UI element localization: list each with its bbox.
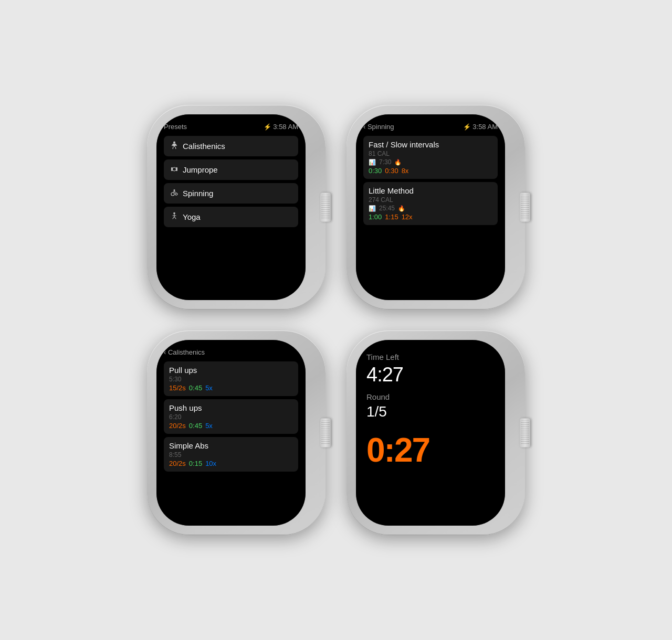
watch-screen-4: Time Left 4:27 Round 1/5 0:27 [356,340,505,526]
status-bar-3: ‹ Calisthenics [164,348,298,356]
watch-spinning-wrapper: ‹ Spinning ⚡ 3:58 AM Fast / Slow interva… [346,105,525,310]
param-2c: 5x [205,422,213,430]
screen-calisthenics: ‹ Calisthenics Pull ups 5:30 15/2s 0:45 … [156,340,306,526]
watch-crown-4[interactable] [520,419,530,447]
time-1: 3:58 AM [273,123,298,131]
watch-screen-3: ‹ Calisthenics Pull ups 5:30 15/2s 0:45 … [156,340,306,526]
countdown-value: 0:27 [366,431,495,470]
timer-value: 4:27 [366,364,495,386]
int-1b: 0:30 [385,167,398,175]
param-2b: 0:45 [189,422,202,430]
workout-meta-2: 📊 25:45 🔥 [369,205,492,212]
param-2a: 20/2s [169,422,186,430]
svg-rect-1 [171,167,173,171]
exercise-pullups[interactable]: Pull ups 5:30 15/2s 0:45 5x [164,361,298,396]
menu-spinning[interactable]: Spinning [164,183,298,204]
screen-presets: Presets ⚡ 3:58 AM [156,114,306,300]
round-label: Round [366,392,495,401]
bolt-icon-1: ⚡ [264,123,271,131]
svg-rect-2 [176,167,177,171]
status-bar-2: ‹ Spinning ⚡ 3:58 AM [363,123,498,131]
bar-icon-1: 📊 [369,159,376,166]
svg-point-4 [175,193,177,195]
exercise-time-1: 5:30 [169,376,293,383]
watch-crown-2[interactable] [520,193,530,222]
back-spinning[interactable]: ‹ Spinning [363,123,394,131]
workout-cal-2: 274 CAL [369,196,492,204]
menu-yoga[interactable]: Yoga [164,207,298,227]
workout-dur-2: 25:45 [379,205,395,212]
int-1a: 0:30 [369,167,382,175]
back-calisthenics[interactable]: ‹ Calisthenics [164,348,205,356]
watch-crown-1[interactable] [320,193,331,222]
watch-timer-wrapper: Time Left 4:27 Round 1/5 0:27 [346,330,525,535]
bolt-icon-2: ⚡ [463,123,471,131]
int-2b: 1:15 [385,213,398,221]
timer-label: Time Left [366,353,495,361]
workout-dur-1: 7:30 [379,158,391,166]
status-bar-1: Presets ⚡ 3:58 AM [164,123,298,131]
param-1c: 5x [205,384,213,392]
spinning-label: Spinning [183,189,213,198]
status-right-2: ⚡ 3:58 AM [463,123,498,131]
round-value: 1/5 [366,403,495,420]
exercise-params-2: 20/2s 0:45 5x [169,422,293,430]
menu-jumprope[interactable]: Jumprope [164,159,298,180]
watch-calisthenics: ‹ Calisthenics Pull ups 5:30 15/2s 0:45 … [147,330,326,535]
jumprope-icon [170,165,178,175]
svg-point-7 [173,212,175,215]
watch-screen-1: Presets ⚡ 3:58 AM [156,114,306,300]
param-1b: 0:45 [189,384,202,392]
int-2c: 12x [402,213,413,221]
calisthenics-label: Calisthenics [183,142,225,151]
workout-fast-slow[interactable]: Fast / Slow intervals 81 CAL 📊 7:30 🔥 0:… [363,136,498,179]
watch-crown-3[interactable] [320,419,331,447]
screen-timer: Time Left 4:27 Round 1/5 0:27 [356,340,505,526]
screen-spinning: ‹ Spinning ⚡ 3:58 AM Fast / Slow interva… [356,114,505,300]
param-3c: 10x [205,460,216,467]
yoga-icon [170,212,178,222]
param-3b: 0:15 [189,460,202,467]
workout-name-1: Fast / Slow intervals [369,140,492,149]
flame-icon-1: 🔥 [394,159,402,166]
flame-icon-2: 🔥 [398,205,405,212]
spinning-icon [170,188,178,198]
svg-point-0 [173,142,175,144]
exercise-name-2: Push ups [169,403,293,412]
svg-point-3 [171,193,174,196]
exercise-params-1: 15/2s 0:45 5x [169,384,293,392]
back-label-spinning: Spinning [368,123,394,131]
watch-screen-2: ‹ Spinning ⚡ 3:58 AM Fast / Slow interva… [356,114,505,300]
exercise-name-1: Pull ups [169,366,293,375]
status-right-1: ⚡ 3:58 AM [264,123,298,131]
exercise-params-3: 20/2s 0:15 10x [169,460,293,467]
watch-presets-wrapper: Presets ⚡ 3:58 AM [147,105,326,310]
main-grid: Presets ⚡ 3:58 AM [116,73,556,567]
workout-intervals-2: 1:00 1:15 12x [369,213,492,221]
param-1a: 15/2s [169,384,186,392]
exercise-pushups[interactable]: Push ups 6:20 20/2s 0:45 5x [164,399,298,434]
time-2: 3:58 AM [472,123,498,131]
exercise-simpleabs[interactable]: Simple Abs 8:55 20/2s 0:15 10x [164,437,298,472]
int-2a: 1:00 [369,213,382,221]
watch-timer: Time Left 4:27 Round 1/5 0:27 [346,330,525,535]
int-1c: 8x [402,167,409,175]
param-3a: 20/2s [169,460,186,467]
workout-intervals-1: 0:30 0:30 8x [369,167,492,175]
exercise-time-3: 8:55 [169,451,293,458]
calisthenics-icon [170,141,178,151]
exercise-name-3: Simple Abs [169,441,293,450]
bar-icon-2: 📊 [369,205,376,212]
menu-calisthenics[interactable]: Calisthenics [164,136,298,156]
workout-little-method[interactable]: Little Method 274 CAL 📊 25:45 🔥 1:00 1:1… [363,182,498,225]
workout-cal-1: 81 CAL [369,150,492,157]
watch-presets: Presets ⚡ 3:58 AM [147,105,326,310]
workout-name-2: Little Method [369,186,492,195]
presets-title: Presets [164,123,187,131]
workout-meta-1: 📊 7:30 🔥 [369,158,492,166]
exercise-time-2: 6:20 [169,413,293,421]
watch-spinning: ‹ Spinning ⚡ 3:58 AM Fast / Slow interva… [346,105,525,310]
yoga-label: Yoga [183,212,201,221]
jumprope-label: Jumprope [183,165,218,174]
back-label-calisthenics: Calisthenics [168,348,205,356]
